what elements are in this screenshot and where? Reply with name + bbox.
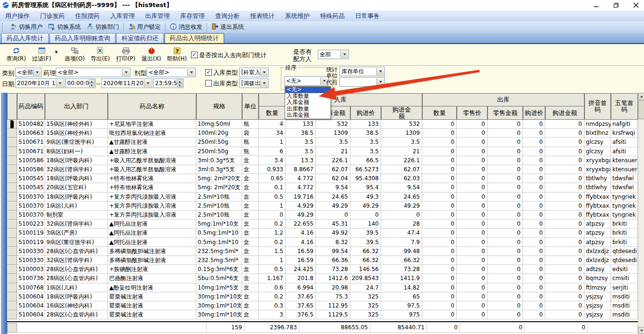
cell[interactable]: 0 <box>457 211 487 220</box>
cell[interactable]: qtdesedi <box>611 247 638 256</box>
cell[interactable]: 盒 <box>242 301 259 310</box>
time-from-spinner[interactable]: 00:00:00▲▼ <box>65 79 96 88</box>
cell[interactable]: 8.8667 <box>286 165 316 174</box>
sort-option[interactable]: 入库数量 <box>285 93 331 100</box>
cell[interactable]: 49.29 <box>381 202 422 211</box>
cell[interactable]: ysjzsy <box>584 310 611 319</box>
cell[interactable]: 0 <box>422 274 457 283</box>
cell[interactable]: 0 <box>487 229 523 237</box>
cell[interactable]: 73.28 <box>316 265 350 274</box>
cell[interactable]: 66.32 <box>381 256 422 265</box>
cell[interactable]: 0 <box>457 238 487 247</box>
filter-button[interactable]: 过滤(F) <box>29 47 54 64</box>
cell[interactable]: msditi <box>611 301 638 310</box>
out-type-select[interactable]: [调拨出 <box>239 79 269 88</box>
column-header[interactable]: 规格 <box>196 93 242 120</box>
cell[interactable]: 5100223 <box>17 220 45 229</box>
cell[interactable]: 3 <box>259 310 286 319</box>
cell[interactable]: 盒 <box>242 283 259 292</box>
column-header[interactable]: 五笔首码 <box>611 93 638 120</box>
row-indicator[interactable] <box>7 292 17 301</box>
cell[interactable]: 盒 <box>242 274 259 283</box>
cell[interactable]: 32病区(肾病学科) <box>45 165 108 174</box>
toolbar-item-4[interactable]: 用户锁定 <box>125 23 164 32</box>
cell[interactable]: +特布他林雾化液 <box>108 183 196 192</box>
cell[interactable]: 罂粟碱注射液 <box>108 310 196 319</box>
menu-item[interactable]: 住院摆药 <box>70 11 105 21</box>
toolbar-item-2[interactable]: 切换系统 <box>45 23 84 32</box>
cell[interactable]: 3.5 <box>350 147 381 156</box>
cell[interactable]: 5100370 <box>17 202 45 211</box>
cell[interactable]: 0 <box>487 310 523 319</box>
cell[interactable]: 0 <box>487 292 523 301</box>
spin-buttons[interactable]: ▲▼ <box>89 79 95 87</box>
cell[interactable]: 16病区(神经内科) <box>45 301 108 310</box>
cell[interactable]: 5100119 <box>17 229 45 237</box>
cell[interactable]: 多稀磷脂酰胆碱注射液 <box>108 247 196 256</box>
cell[interactable]: 10mg:50ml <box>196 120 242 129</box>
cell[interactable]: 62.07 <box>381 165 422 174</box>
cell[interactable]: 1412.6 <box>316 274 350 283</box>
cell[interactable]: 0 <box>422 211 457 220</box>
cell[interactable]: afsiti <box>611 138 638 147</box>
cell[interactable]: 0 <box>545 310 584 319</box>
cell[interactable]: 盒 <box>242 265 259 274</box>
cell[interactable]: 0 <box>422 174 457 183</box>
cell[interactable]: 0.65 <box>259 174 286 183</box>
row-indicator[interactable] <box>7 174 17 183</box>
cell[interactable]: 0 <box>545 247 584 256</box>
cell[interactable]: 5100671 <box>17 147 45 156</box>
cell[interactable]: 0 <box>457 274 487 283</box>
row-indicator[interactable] <box>7 229 17 237</box>
cell[interactable]: 0 <box>545 220 584 229</box>
cell[interactable]: 0 <box>457 165 487 174</box>
cell[interactable]: 5100330 <box>17 256 45 265</box>
cell[interactable]: +特布他林雾化液 <box>108 174 196 183</box>
cell[interactable]: 28病区(心血管内科) <box>45 310 108 319</box>
cell[interactable]: 9病区(重症医学科) <box>45 138 108 147</box>
cell[interactable]: 瓶 <box>242 120 259 129</box>
scroll-up-button[interactable] <box>638 93 644 100</box>
table-row[interactable]: 510060416病区(神经内科)罂粟碱注射液30mg:1ml*10支盒0.33… <box>1 301 638 310</box>
cell[interactable]: ffybtxax <box>584 193 611 202</box>
cell[interactable]: 0 <box>422 265 457 274</box>
cell[interactable]: 0 <box>381 211 422 220</box>
cell[interactable]: 66.5 <box>350 156 381 165</box>
cell[interactable]: 0 <box>545 174 584 183</box>
cell[interactable]: edsiti <box>611 265 638 274</box>
cell[interactable]: tdwsfwi <box>611 183 638 192</box>
cell[interactable]: 62.04 <box>316 174 350 183</box>
cell[interactable]: brkiti <box>611 220 638 229</box>
cell[interactable]: 18病区(呼吸内科) <box>45 174 108 183</box>
cell[interactable]: 1309 <box>381 129 422 138</box>
cell[interactable]: 18病区(呼吸内科) <box>45 193 108 202</box>
column-header[interactable]: 拼音首码 <box>584 93 611 120</box>
help-button[interactable]: ?帮助(H) <box>165 47 189 64</box>
cell[interactable]: 盒 <box>242 220 259 229</box>
cell[interactable]: 0.2 <box>259 292 286 301</box>
cell[interactable]: 0 <box>487 165 523 174</box>
sort-option[interactable]: <无> <box>285 87 331 93</box>
cell[interactable]: 0 <box>457 147 487 156</box>
cell[interactable]: 0 <box>487 247 523 256</box>
category-select[interactable]: <全部> <box>15 68 42 77</box>
column-header[interactable]: 购进价 <box>350 106 381 120</box>
cell[interactable]: 49.3 <box>350 193 381 202</box>
cell[interactable]: adtzsy <box>584 265 611 274</box>
cell[interactable]: 0 <box>545 283 584 292</box>
cell[interactable]: 0 <box>487 193 523 202</box>
row-indicator[interactable] <box>7 183 17 192</box>
chevron-down-icon[interactable] <box>144 79 151 87</box>
cell[interactable]: 0 <box>487 301 523 310</box>
toolbar-chevron-down-icon[interactable]: ▼ <box>55 50 61 56</box>
row-indicator[interactable] <box>7 156 17 165</box>
table-row[interactable]: 510058618病区(呼吸内科)+吸入用乙酰半胱氨酸溶液3ml:0.3g*5支… <box>1 156 638 165</box>
cell[interactable]: 24.425 <box>286 265 316 274</box>
cell[interactable]: 22.655 <box>286 220 316 229</box>
cell[interactable]: 0 <box>422 138 457 147</box>
table-row[interactable]: 51001199病区(重症医学科)▲阿托品注射液0.5mg:1ml*10盒0.2… <box>1 238 638 247</box>
cell[interactable]: 24.65 <box>316 193 350 202</box>
cell[interactable]: 4.16 <box>286 229 316 237</box>
cell[interactable]: 0 <box>545 229 584 237</box>
cell[interactable]: 0 <box>523 283 545 292</box>
